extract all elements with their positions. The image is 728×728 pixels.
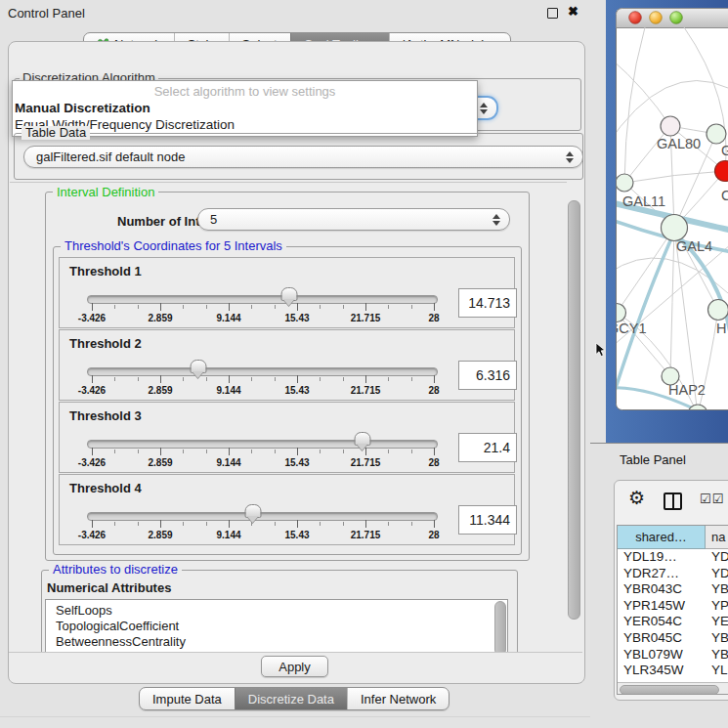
attributes-list-scrollbar[interactable]: [494, 601, 506, 652]
close-panel-icon[interactable]: ✖: [568, 4, 578, 19]
node-label: HAP2: [668, 382, 706, 398]
panel-title: Control Panel: [8, 6, 85, 21]
table-row[interactable]: YER054CYER0: [618, 614, 728, 630]
number-of-intervals-value: 5: [210, 212, 217, 227]
combo-arrows-icon: [492, 214, 500, 226]
table-rows: YDL19…YDL1 YDR27…YDR2 YBR043CYBR0 YPR145…: [618, 549, 728, 682]
threshold-1-slider-thumb[interactable]: [280, 287, 297, 301]
threshold-3-slider-thumb[interactable]: [354, 432, 370, 446]
node-gal11[interactable]: [616, 174, 633, 192]
data-table: shared… na YDL19…YDL1 YDR27…YDR2 YBR043C…: [617, 525, 728, 695]
numerical-attributes-title: Numerical Attributes: [47, 580, 171, 595]
list-item[interactable]: SelfLoops: [56, 603, 507, 619]
viewport-divider-top: [10, 182, 567, 183]
list-item[interactable]: BetweennessCentrality: [56, 634, 507, 650]
table-row[interactable]: YBL079WYBL0: [618, 647, 728, 664]
table-row[interactable]: YBR045CYBR0: [618, 630, 728, 647]
column-header-name[interactable]: na: [706, 526, 728, 549]
threshold-4-panel: Threshold 4 -3.426 2.859 9.144 15.43 21.…: [59, 474, 515, 545]
threshold-2-slider-thumb[interactable]: [190, 360, 206, 373]
threshold-coordinates-group-label: Threshold's Coordinates for 5 Intervals: [61, 239, 286, 253]
node-gal80[interactable]: [661, 116, 680, 136]
table-settings-gear-icon[interactable]: ⚙: [628, 487, 645, 509]
algorithm-placeholder-option[interactable]: Select algorithm to view settings: [13, 83, 477, 100]
node-h[interactable]: [708, 300, 728, 321]
screen: { "titlebar": { "title": "Control Panel"…: [0, 0, 728, 728]
node-label: GAL11: [622, 193, 665, 209]
bottom-tab-bar: Impute Data Discretize Data Infer Networ…: [139, 687, 450, 710]
threshold-4-label: Threshold 4: [69, 481, 142, 495]
interval-definition-group-label: Interval Definition: [53, 186, 158, 199]
node-label: H: [716, 321, 726, 336]
network-view-canvas[interactable]: GAL80 GA GAL11 C GAL4 GCY1 H HAP2: [606, 0, 728, 443]
mouse-cursor: [595, 343, 606, 362]
column-header-shared-name[interactable]: shared…: [618, 526, 706, 549]
attributes-group-label: Attributes to discretize: [49, 563, 182, 577]
threshold-4-value-field[interactable]: 11.344: [458, 505, 517, 535]
threshold-4-slider-thumb[interactable]: [244, 504, 261, 518]
threshold-2-label: Threshold 2: [69, 336, 142, 351]
table-row[interactable]: YPR145WYPR1: [618, 598, 728, 615]
threshold-3-value-field[interactable]: 21.4: [458, 433, 517, 462]
tab-impute-data[interactable]: Impute Data: [140, 688, 235, 709]
panel-vertical-scrollbar[interactable]: [568, 200, 580, 620]
column-layout-icon[interactable]: [664, 492, 682, 510]
list-item[interactable]: TopologicalCoefficient: [56, 619, 507, 634]
tab-infer-network[interactable]: Infer Network: [347, 688, 449, 709]
minimize-window-button[interactable]: [650, 12, 663, 24]
threshold-2-panel: Threshold 2 -3.426 2.859 9.144 15.43 21.…: [59, 329, 515, 401]
combo-arrows-icon: [480, 103, 488, 114]
node-label: GA: [721, 143, 728, 158]
close-window-button[interactable]: [629, 12, 642, 24]
threshold-3-label: Threshold 3: [69, 408, 142, 423]
tick-marks: [92, 522, 435, 526]
tick-marks: [92, 377, 435, 381]
float-window-icon[interactable]: [547, 8, 558, 19]
algorithm-option-manual[interactable]: Manual Discretization: [13, 100, 477, 116]
combo-arrows-icon: [566, 151, 574, 163]
number-of-intervals-combobox[interactable]: 5: [197, 208, 510, 231]
table-row[interactable]: YLR345WYLR3: [618, 663, 728, 679]
numerical-attributes-list[interactable]: SelfLoops TopologicalCoefficient Between…: [45, 599, 508, 652]
tab-discretize-data[interactable]: Discretize Data: [235, 688, 347, 709]
table-panel: Table Panel ⚙ ☑☑ shared… na YDL19…YDL1 Y…: [590, 443, 728, 728]
table-row[interactable]: YDR27…YDR2: [618, 566, 728, 582]
apply-divider: [9, 652, 582, 653]
show-columns-checkboxes-icon[interactable]: ☑☑: [700, 492, 724, 506]
tick-marks: [92, 305, 435, 309]
node-label: GAL80: [657, 136, 701, 151]
window-bottom-edge: [0, 716, 590, 717]
table-data-value: galFiltered.sif default node: [36, 150, 185, 164]
table-horizontal-scrollbar[interactable]: [618, 682, 728, 695]
node-top-right[interactable]: [707, 124, 726, 144]
apply-button[interactable]: Apply: [261, 656, 328, 677]
threshold-1-panel: Threshold 1 -3.426 2.859 9.144 15.43 21.…: [59, 257, 515, 328]
node-gal4[interactable]: [662, 215, 688, 241]
threshold-3-panel: Threshold 3 -3.426 2.859 9.144 15.43 21.…: [59, 402, 515, 473]
control-panel-window: Control Panel ✖ Network Style Select Cyn…: [0, 0, 590, 728]
threshold-2-value-field[interactable]: 6.316: [458, 361, 517, 390]
table-data-group-label: Table Data: [21, 126, 90, 140]
table-row[interactable]: YBR043CYBR0: [618, 581, 728, 598]
node-label: C: [721, 188, 728, 203]
zoom-window-button[interactable]: [670, 12, 683, 24]
threshold-1-label: Threshold 1: [69, 264, 142, 278]
threshold-1-value-field[interactable]: 14.713: [458, 288, 517, 318]
table-panel-title: Table Panel: [620, 452, 686, 467]
tick-marks: [92, 450, 435, 453]
table-row[interactable]: YDL19…YDL1: [618, 549, 728, 566]
attributes-clip: Attributes to discretize Numerical Attri…: [37, 562, 522, 652]
node-label: GAL4: [676, 238, 712, 254]
table-data-combobox[interactable]: galFiltered.sif default node: [23, 146, 583, 168]
